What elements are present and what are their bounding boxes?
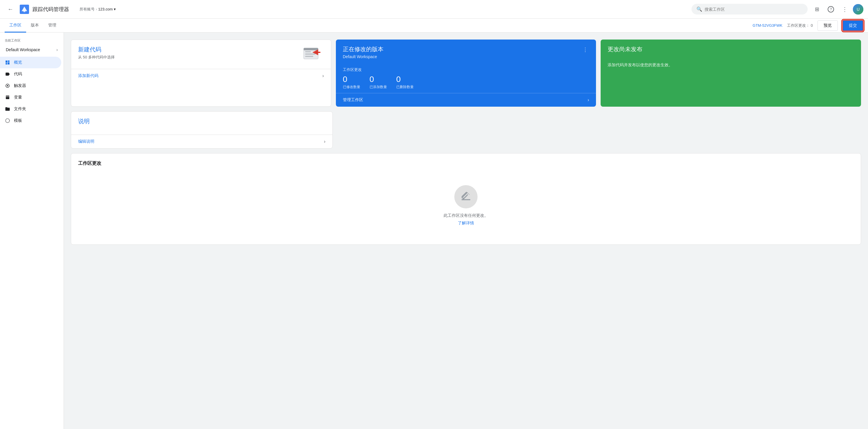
more-icon-button[interactable]: ⋮ xyxy=(839,3,850,15)
tag-illustration xyxy=(302,47,322,62)
account-chevron-icon: ▾ xyxy=(114,7,116,11)
version-card-body: 工作区更改 0 已修改数量 0 已添加数量 0 已删除数量 xyxy=(336,64,596,93)
app-title: 跟踪代码管理器 xyxy=(32,6,69,13)
stat-modified-num: 0 xyxy=(343,75,360,84)
templates-icon xyxy=(5,118,10,123)
current-account[interactable]: 123.com ▾ xyxy=(98,7,116,11)
add-tag-chevron-icon: › xyxy=(322,73,324,79)
unpublished-card-header: 更改尚未发布 xyxy=(601,39,861,58)
unpublished-title: 更改尚未发布 xyxy=(608,45,854,53)
version-more-icon[interactable]: ⋮ xyxy=(582,45,589,54)
workspace-changes-section: 工作区更改 此工作区没有任何更改。 了解详情 xyxy=(71,153,861,245)
changes-stats: 0 已修改数量 0 已添加数量 0 已删除数量 xyxy=(343,75,589,89)
search-input[interactable] xyxy=(705,7,803,11)
stat-deleted-label: 已删除数量 xyxy=(396,85,414,89)
svg-point-4 xyxy=(5,119,9,123)
sidebar-item-tags[interactable]: 代码 xyxy=(0,68,61,80)
version-title: 正在修改的版本 xyxy=(343,45,383,53)
submit-button[interactable]: 提交 xyxy=(842,20,863,31)
triggers-icon xyxy=(5,83,10,89)
svg-rect-8 xyxy=(305,54,315,55)
avatar[interactable]: U xyxy=(853,4,863,15)
search-icon: 🔍 xyxy=(696,6,702,12)
new-tag-description: 从 50 多种代码中选择 xyxy=(78,55,115,60)
workspace-changes-label: 工作区更改： 0 xyxy=(787,23,813,28)
empty-text: 此工作区没有任何更改。 xyxy=(443,213,488,218)
description-card-body: 说明 xyxy=(71,112,332,135)
version-workspace-name: Default Workspace xyxy=(343,54,383,59)
folders-icon xyxy=(5,106,10,112)
sidebar-item-variables[interactable]: 变量 xyxy=(0,91,61,103)
more-icon: ⋮ xyxy=(842,6,848,13)
main-layout: 当前工作区 Default Workspace › 概览 代码 xyxy=(0,33,868,429)
tag-icon-area xyxy=(301,46,324,63)
avatar-text: U xyxy=(853,4,863,15)
back-icon: ← xyxy=(7,6,13,12)
stat-deleted-num: 0 xyxy=(396,75,414,84)
tab-admin[interactable]: 管理 xyxy=(43,19,61,33)
svg-rect-1 xyxy=(24,9,25,12)
workspace-chevron-icon: › xyxy=(56,47,58,52)
workspace-changes-title: 工作区更改 xyxy=(78,161,854,167)
overview-icon xyxy=(5,60,10,65)
back-button[interactable]: ← xyxy=(5,3,16,15)
empty-state: 此工作区没有任何更改。 了解详情 xyxy=(78,173,854,237)
header-right: ⊞ ? ⋮ U xyxy=(811,3,863,15)
manage-workspace-link[interactable]: 管理工作区 › xyxy=(336,93,596,107)
preview-button[interactable]: 预览 xyxy=(817,20,838,31)
empty-icon xyxy=(454,185,477,208)
svg-rect-6 xyxy=(304,48,318,50)
breadcrumb-separator: › xyxy=(96,7,97,11)
breadcrumb: 所有账号 › 123.com ▾ xyxy=(80,7,688,12)
sidebar-item-overview[interactable]: 概览 xyxy=(0,57,61,68)
manage-workspace-chevron-icon: › xyxy=(588,97,589,103)
content: 新建代码 从 50 多种代码中选择 xyxy=(64,33,868,429)
stat-modified: 0 已修改数量 xyxy=(343,75,360,89)
help-icon-button[interactable]: ? xyxy=(825,3,837,15)
workspace-name: Default Workspace xyxy=(6,47,40,52)
sidebar-nav: 概览 代码 触发器 变量 xyxy=(0,57,64,126)
sidebar-item-overview-label: 概览 xyxy=(14,60,22,65)
edit-description-link[interactable]: 编辑说明 › xyxy=(71,135,332,148)
description-title: 说明 xyxy=(78,117,326,125)
tab-version[interactable]: 版本 xyxy=(26,19,43,33)
stat-added: 0 已添加数量 xyxy=(370,75,387,89)
sidebar-item-triggers[interactable]: 触发器 xyxy=(0,80,61,91)
new-tag-title: 新建代码 xyxy=(78,46,115,54)
sidebar-item-templates-label: 模板 xyxy=(14,118,22,123)
account-name: 123.com xyxy=(98,7,113,11)
sidebar-item-templates[interactable]: 模板 xyxy=(0,115,61,126)
stat-deleted: 0 已删除数量 xyxy=(396,75,414,89)
current-workspace-label: 当前工作区 xyxy=(0,35,64,45)
grid-icon-button[interactable]: ⊞ xyxy=(811,3,823,15)
edit-off-icon xyxy=(460,191,472,203)
stat-modified-label: 已修改数量 xyxy=(343,85,360,89)
svg-point-3 xyxy=(7,85,8,87)
header: ← 跟踪代码管理器 所有账号 › 123.com ▾ 🔍 ⊞ ? ⋮ U xyxy=(0,0,868,19)
unpublished-description: 添加代码并发布以使您的更改生效。 xyxy=(608,62,673,67)
sidebar-item-folders[interactable]: 文件夹 xyxy=(0,103,61,115)
svg-rect-7 xyxy=(305,51,311,52)
workspace-selector[interactable]: Default Workspace › xyxy=(1,45,62,54)
add-new-tag-link[interactable]: 添加新代码 › xyxy=(71,69,331,83)
nav-right: GTM-52VG3FWK 工作区更改： 0 预览 提交 xyxy=(753,20,863,31)
stat-added-num: 0 xyxy=(370,75,387,84)
gtm-id: GTM-52VG3FWK xyxy=(753,23,783,28)
app-logo xyxy=(20,5,29,14)
sidebar-item-tags-label: 代码 xyxy=(14,72,22,77)
stat-added-label: 已添加数量 xyxy=(370,85,387,89)
tags-icon xyxy=(5,71,10,77)
sidebar-item-triggers-label: 触发器 xyxy=(14,83,26,88)
sidebar-item-variables-label: 变量 xyxy=(14,95,22,100)
tab-workspace[interactable]: 工作区 xyxy=(5,19,26,33)
learn-more-link[interactable]: 了解详情 xyxy=(458,221,474,226)
svg-rect-9 xyxy=(305,56,313,57)
changes-label: 工作区更改 xyxy=(343,67,589,73)
all-accounts-link[interactable]: 所有账号 xyxy=(80,7,95,12)
sidebar: 当前工作区 Default Workspace › 概览 代码 xyxy=(0,33,64,429)
variables-icon xyxy=(5,94,10,100)
description-card: 说明 编辑说明 › xyxy=(71,111,333,148)
new-tag-card: 新建代码 从 50 多种代码中选择 xyxy=(71,39,331,107)
version-card: 正在修改的版本 Default Workspace ⋮ 工作区更改 0 已修改数… xyxy=(336,39,596,107)
search-bar[interactable]: 🔍 xyxy=(691,4,808,15)
